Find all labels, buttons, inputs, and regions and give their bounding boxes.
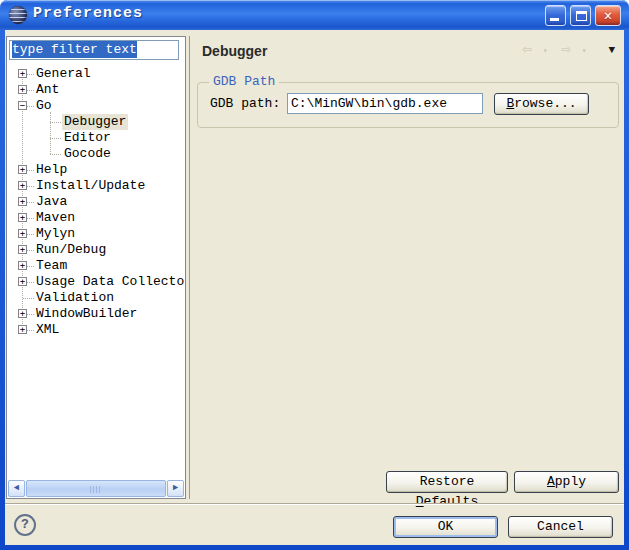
tree-item-label: General bbox=[34, 66, 93, 82]
scroll-left-arrow-icon[interactable]: ◄ bbox=[8, 480, 25, 497]
eclipse-app-icon bbox=[9, 6, 27, 24]
tree-item-run-debug[interactable]: +Run/Debug bbox=[7, 242, 184, 258]
forward-icon[interactable]: ⇨ bbox=[561, 42, 571, 58]
tree-item-usage-data-collector[interactable]: +Usage Data Collector bbox=[7, 274, 184, 290]
tree-item-label: Go bbox=[34, 98, 54, 114]
gdb-path-input[interactable]: C:\MinGW\bin\gdb.exe bbox=[287, 93, 483, 114]
tree-item-label: Help bbox=[34, 162, 69, 178]
preferences-tree: +General+Ant−GoDebuggerEditorGocode+Help… bbox=[7, 66, 184, 478]
filter-input[interactable]: type filter text bbox=[9, 40, 179, 60]
tree-item-label: WindowBuilder bbox=[34, 306, 139, 322]
window-title: Preferences bbox=[33, 5, 143, 22]
tree-item-java[interactable]: +Java bbox=[7, 194, 184, 210]
scrollbar-thumb[interactable] bbox=[26, 480, 166, 497]
expand-icon[interactable]: + bbox=[18, 229, 27, 238]
preferences-dialog: Preferences ✕ type filter text +General+… bbox=[0, 0, 629, 550]
apply-button[interactable]: Apply bbox=[514, 471, 619, 493]
tree-item-windowbuilder[interactable]: +WindowBuilder bbox=[7, 306, 184, 322]
gdb-path-group: GDB Path GDB path: C:\MinGW\bin\gdb.exe … bbox=[197, 82, 619, 128]
view-menu-icon[interactable]: ▼ bbox=[608, 44, 615, 56]
preferences-tree-panel: type filter text +General+Ant−GoDebugger… bbox=[6, 36, 186, 499]
expand-icon[interactable]: + bbox=[18, 213, 27, 222]
tree-item-label: XML bbox=[34, 322, 61, 338]
tree-item-debugger[interactable]: Debugger bbox=[7, 114, 184, 130]
tree-item-label: Run/Debug bbox=[34, 242, 108, 258]
tree-item-validation[interactable]: Validation bbox=[7, 290, 184, 306]
scroll-right-arrow-icon[interactable]: ► bbox=[167, 480, 184, 497]
expand-icon[interactable]: + bbox=[18, 69, 27, 78]
tree-item-team[interactable]: +Team bbox=[7, 258, 184, 274]
tree-item-label: Editor bbox=[62, 130, 113, 146]
tree-item-label: Ant bbox=[34, 82, 61, 98]
expand-icon[interactable]: + bbox=[18, 85, 27, 94]
tree-item-go[interactable]: −Go bbox=[7, 98, 184, 114]
minimize-icon bbox=[550, 18, 559, 21]
tree-item-xml[interactable]: +XML bbox=[7, 322, 184, 338]
expand-icon[interactable]: + bbox=[18, 325, 27, 334]
close-icon: ✕ bbox=[604, 8, 612, 24]
horizontal-scrollbar[interactable]: ◄ ► bbox=[8, 480, 184, 497]
expand-icon[interactable]: + bbox=[18, 181, 27, 190]
back-icon[interactable]: ⇦ bbox=[522, 42, 532, 58]
ok-button[interactable]: OK bbox=[393, 516, 498, 538]
tree-item-label: Gocode bbox=[62, 146, 113, 162]
minimize-button[interactable] bbox=[545, 5, 566, 26]
tree-item-label: Usage Data Collector bbox=[34, 274, 184, 290]
page-title: Debugger bbox=[202, 43, 267, 59]
tree-item-label: Team bbox=[34, 258, 69, 274]
expand-icon[interactable]: + bbox=[18, 197, 27, 206]
expand-icon[interactable]: + bbox=[18, 309, 27, 318]
tree-item-mylyn[interactable]: +Mylyn bbox=[7, 226, 184, 242]
maximize-icon bbox=[576, 11, 587, 21]
gdb-path-value: C:\MinGW\bin\gdb.exe bbox=[291, 96, 447, 111]
collapse-icon[interactable]: − bbox=[18, 101, 27, 110]
tree-item-general[interactable]: +General bbox=[7, 66, 184, 82]
footer-separator bbox=[5, 503, 624, 505]
restore-defaults-button[interactable]: Restore Defaults bbox=[386, 471, 508, 493]
tree-item-help[interactable]: +Help bbox=[7, 162, 184, 178]
expand-icon[interactable]: + bbox=[18, 261, 27, 270]
title-bar[interactable]: Preferences ✕ bbox=[0, 0, 629, 30]
tree-item-label: Install/Update bbox=[34, 178, 147, 194]
expand-icon[interactable]: + bbox=[18, 165, 27, 174]
expand-icon[interactable]: + bbox=[18, 245, 27, 254]
tree-item-install-update[interactable]: +Install/Update bbox=[7, 178, 184, 194]
page-navigation: ⇦ ▾ ⇨ ▾ ▼ bbox=[522, 42, 615, 58]
back-dropdown-icon[interactable]: ▾ bbox=[543, 46, 548, 55]
maximize-button[interactable] bbox=[570, 5, 591, 26]
expand-icon[interactable]: + bbox=[18, 277, 27, 286]
dialog-body: type filter text +General+Ant−GoDebugger… bbox=[5, 30, 624, 545]
tree-item-gocode[interactable]: Gocode bbox=[7, 146, 184, 162]
filter-text-selected: type filter text bbox=[12, 41, 137, 58]
tree-item-maven[interactable]: +Maven bbox=[7, 210, 184, 226]
help-icon: ? bbox=[21, 517, 29, 532]
tree-item-label: Validation bbox=[34, 290, 116, 306]
cancel-button[interactable]: Cancel bbox=[508, 516, 613, 538]
gdb-path-label: GDB path: bbox=[210, 96, 280, 111]
tree-item-label: Maven bbox=[34, 210, 77, 226]
tree-item-label: Debugger bbox=[62, 114, 128, 130]
settings-page: Debugger ⇦ ▾ ⇨ ▾ ▼ GDB Path GDB path: C:… bbox=[189, 36, 621, 499]
tree-item-label: Java bbox=[34, 194, 69, 210]
tree-item-editor[interactable]: Editor bbox=[7, 130, 184, 146]
group-title: GDB Path bbox=[209, 74, 279, 89]
tree-item-label: Mylyn bbox=[34, 226, 77, 242]
tree-item-ant[interactable]: +Ant bbox=[7, 82, 184, 98]
help-button[interactable]: ? bbox=[14, 514, 36, 536]
forward-dropdown-icon[interactable]: ▾ bbox=[582, 46, 587, 55]
close-button[interactable]: ✕ bbox=[595, 5, 621, 26]
browse-button[interactable]: Browse... bbox=[494, 93, 589, 115]
